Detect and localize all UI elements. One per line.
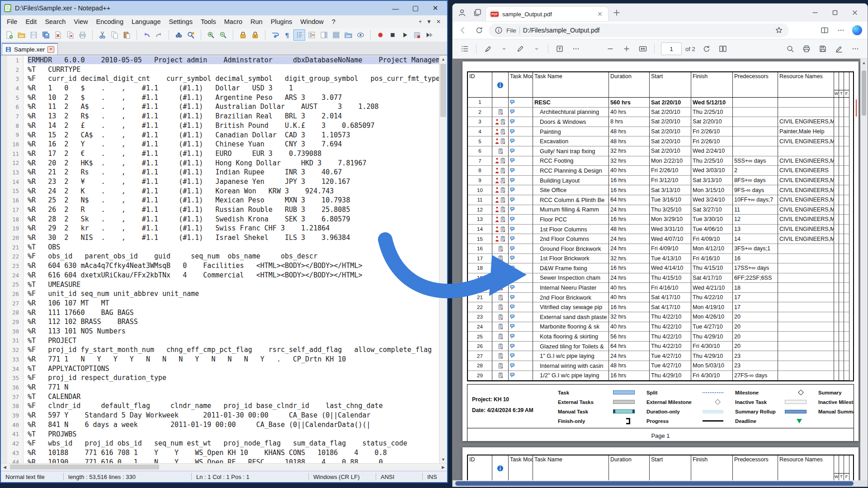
toolbar-find[interactable] (173, 29, 184, 41)
pdf-tool-draw[interactable] (513, 42, 528, 56)
toolbar-open-file[interactable] (15, 29, 27, 41)
pdf-tool-save[interactable] (815, 42, 830, 56)
toolbar-macro-play[interactable] (399, 29, 410, 41)
tab-close-icon[interactable]: ✕ (47, 46, 54, 53)
fit-to-width-button[interactable] (635, 42, 651, 56)
toolbar-show-all-characters[interactable]: ¶ (281, 29, 293, 41)
toolbar-print[interactable] (76, 29, 88, 41)
toolbar-undo[interactable] (141, 29, 152, 41)
pdf-tool-draw-menu[interactable] (529, 42, 544, 56)
pdf-vertical-scrollbar[interactable]: ▲ (860, 59, 868, 480)
toolbar-macro-save[interactable] (411, 29, 423, 41)
minimize-button[interactable]: — (387, 3, 405, 14)
split-screen-button[interactable] (818, 23, 831, 37)
tab-list-icon[interactable]: ▼ (426, 19, 432, 25)
new-tab-button[interactable] (610, 6, 623, 19)
site-info-icon[interactable] (494, 26, 503, 35)
toolbar-document-monitor[interactable] (354, 29, 366, 41)
menu-item-view[interactable]: View (70, 17, 92, 27)
profile-button[interactable] (455, 6, 469, 19)
pdf-canvas[interactable]: IDTask ModeTask NameDurationStartFinishP… (453, 59, 868, 480)
toolbar-replace[interactable] (185, 29, 197, 41)
toolbar-save-file[interactable] (28, 29, 39, 41)
scroll-up-icon[interactable]: ▲ (860, 61, 868, 65)
toolbar-save-all[interactable] (40, 29, 52, 41)
pdf-tool-print[interactable] (799, 42, 814, 56)
toolbar-close[interactable] (52, 29, 64, 41)
toolbar-close-all[interactable] (64, 29, 76, 41)
pdf-tool-toc[interactable] (457, 42, 472, 56)
toolbar-word-wrap[interactable] (269, 29, 281, 41)
address-bar[interactable]: File D:/Files/sample_Output.pdf (489, 23, 789, 37)
toolbar-paste[interactable] (121, 29, 132, 41)
toolbar-function-list[interactable] (306, 29, 317, 41)
zoom-out-button[interactable] (603, 42, 618, 56)
zoom-in-button[interactable] (619, 42, 634, 56)
copilot-button[interactable] (850, 23, 864, 37)
menu-item-help[interactable]: ? (328, 17, 340, 27)
toolbar-sync-vertical-scroll[interactable] (237, 29, 249, 41)
menu-item-edit[interactable]: Edit (21, 17, 41, 27)
workspaces-icon[interactable] (471, 6, 484, 19)
scrollbar-thumb[interactable] (440, 64, 446, 117)
scrollbar-thumb[interactable] (10, 465, 159, 469)
scrollbar-thumb[interactable] (455, 481, 854, 486)
maximize-button[interactable] (825, 4, 845, 21)
favorites-star-icon[interactable] (774, 26, 783, 35)
toolbar-cut[interactable] (96, 29, 108, 41)
pdf-tool-highlight-menu[interactable] (496, 42, 512, 56)
menu-item-file[interactable]: File (3, 17, 21, 27)
close-button[interactable]: ✕ (426, 3, 444, 14)
tab-sample-xer[interactable]: Sample.xer ✕ (2, 43, 58, 55)
pdf-tool-text-note[interactable] (552, 42, 567, 56)
text-editor[interactable]: 1ERMHDR 6.0.0 2010-05-05 Project admin A… (1, 55, 447, 463)
notepad-titlebar[interactable]: D:\Files\Sample.xer - Notepad++ — ▢ ✕ (1, 1, 447, 15)
settings-more-button[interactable] (834, 23, 848, 37)
tab-close-icon[interactable] (596, 10, 604, 18)
back-button[interactable] (456, 23, 470, 37)
pdf-tool-highlight[interactable] (480, 42, 495, 56)
new-tab-button[interactable]: + (419, 19, 422, 25)
pdf-tool-annotate[interactable] (831, 42, 847, 56)
menu-item-search[interactable]: Search (41, 17, 70, 27)
menu-item-language[interactable]: Language (127, 17, 165, 27)
toolbar-macro-run-multiple[interactable] (423, 29, 435, 41)
toolbar-macro-record[interactable] (374, 29, 386, 41)
pdf-tool-more[interactable] (568, 42, 584, 56)
toolbar-document-map[interactable] (318, 29, 330, 41)
toolbar-sync-horizontal-scroll[interactable] (249, 29, 261, 41)
pdf-horizontal-scrollbar[interactable] (453, 480, 868, 487)
toolbar-document-list[interactable] (330, 29, 342, 41)
pdf-tool-more[interactable] (848, 42, 863, 56)
maximize-button[interactable]: ▢ (406, 3, 425, 14)
vertical-scrollbar[interactable]: ▲ ▼ (439, 56, 447, 463)
menu-item-encoding[interactable]: Encoding (92, 17, 127, 27)
page-number-input[interactable]: 1 (661, 42, 682, 55)
scroll-right-icon[interactable]: ▶ (439, 464, 447, 471)
toolbar-macro-stop[interactable] (387, 29, 398, 41)
menu-item-tools[interactable]: Tools (197, 17, 220, 27)
toolbar-indent-guide[interactable] (293, 29, 305, 41)
scroll-down-icon[interactable]: ▼ (439, 456, 447, 463)
scroll-left-icon[interactable]: ◀ (1, 464, 9, 471)
menu-item-plugins[interactable]: Plugins (267, 17, 297, 27)
toolbar-redo[interactable] (153, 29, 165, 41)
scrollbar-thumb[interactable] (862, 70, 866, 116)
minimize-button[interactable] (805, 4, 825, 21)
refresh-button[interactable] (472, 23, 486, 37)
pdf-tool-search[interactable] (783, 42, 798, 56)
browser-tab[interactable]: PDF sample_Output.pdf (486, 7, 608, 21)
menu-item-run[interactable]: Run (246, 17, 267, 27)
menu-item-macro[interactable]: Macro (220, 17, 246, 27)
menu-item-window[interactable]: Window (296, 17, 328, 27)
close-button[interactable] (845, 4, 865, 21)
toolbar-zoom-out[interactable] (217, 29, 229, 41)
scroll-up-icon[interactable]: ▲ (439, 56, 447, 63)
menu-item-settings[interactable]: Settings (165, 17, 196, 27)
close-tab-button[interactable]: ✕ (436, 19, 441, 25)
toolbar-folder-as-workspace[interactable] (342, 29, 354, 41)
toolbar-new-file[interactable] (3, 29, 15, 41)
horizontal-scrollbar[interactable]: ◀ ▶ (1, 463, 447, 471)
toolbar-zoom-in[interactable] (205, 29, 217, 41)
page-view-button[interactable] (715, 42, 731, 56)
